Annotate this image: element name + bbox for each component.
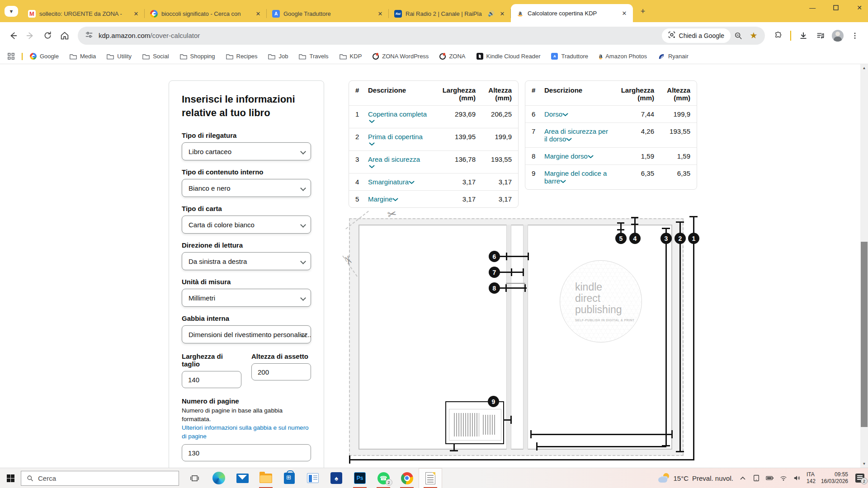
taskbar-whatsapp[interactable]: ☎2 [372,468,395,488]
bookmark-folder-job[interactable]: Job [268,53,288,60]
bookmark-folder-media[interactable]: Media [70,53,96,60]
binding-type-select[interactable]: Libro cartaceo [182,142,311,160]
row-link[interactable]: Area di sicurezza per il dorso [544,127,608,143]
tab-gmail[interactable]: M sollecito: URGENTE da ZONA - ✕ [23,5,145,22]
taskbar-notes-app[interactable] [419,468,442,488]
row-link[interactable]: Margine dorso [544,152,588,160]
chevron-down-icon[interactable] [588,155,594,159]
clock[interactable]: 09:55 16/03/2026 [821,471,848,485]
notification-center-icon[interactable]: 2 [855,474,864,483]
row-link[interactable]: Smarginatura [368,178,409,186]
maximize-button[interactable] [830,2,842,14]
taskbar-search[interactable]: Cerca [21,471,179,486]
tab-google-search[interactable]: bioccoli significato - Cerca con ✕ [145,5,267,22]
home-button[interactable] [56,27,73,44]
close-icon[interactable]: ✕ [498,9,506,18]
task-view-button[interactable] [184,468,204,488]
site-info-icon[interactable] [85,31,93,41]
interior-type-select[interactable]: Bianco e nero [182,179,311,197]
scroll-up-icon[interactable]: ▲ [860,64,868,72]
close-icon[interactable]: ✕ [254,9,262,18]
bookmark-folder-shopping[interactable]: Shopping [180,53,215,60]
row-link[interactable]: Prima di copertina [368,133,423,141]
trim-width-input[interactable] [182,371,241,388]
extensions-icon[interactable] [769,27,787,44]
ask-google-chip[interactable]: Chiedi a Google [662,28,731,43]
chevron-down-icon[interactable] [566,138,572,141]
forward-button[interactable] [22,27,39,44]
row-link[interactable]: Area di sicurezza [368,155,420,163]
bookmark-ryanair[interactable]: Ryanair [658,53,689,60]
taskbar-people[interactable] [301,468,325,488]
trim-height-input[interactable] [251,363,311,380]
chevron-down-icon[interactable] [369,165,375,169]
page-count-input[interactable] [182,444,311,461]
close-icon[interactable]: ✕ [620,9,628,17]
tab-kdp-calculator[interactable]: a Calcolatore copertina KDP ✕ [511,4,633,22]
row-link[interactable]: Copertina completa [368,110,427,118]
bookmark-folder-utility[interactable]: Utility [107,53,132,60]
battery-icon[interactable] [766,474,774,482]
taskbar-photoshop[interactable]: Ps [348,468,372,488]
scrollbar-thumb[interactable] [861,242,868,427]
start-button[interactable] [0,468,21,488]
bookmark-folder-travels[interactable]: Travels [299,53,328,60]
chevron-down-icon[interactable] [369,142,375,146]
tab-rai-radio[interactable]: Rai Rai Radio 2 | Canale | RaiPla 🔊 ✕ [389,5,511,22]
profile-avatar[interactable] [829,27,846,44]
audio-playing-icon[interactable]: 🔊 [488,10,495,17]
address-bar[interactable]: kdp.amazon.com/cover-calculator Chiedi a… [78,27,765,45]
chevron-down-icon[interactable] [392,198,398,202]
taskbar-chrome[interactable] [395,468,419,488]
bookmark-google[interactable]: Google [30,53,59,60]
chevron-down-icon[interactable] [562,113,568,117]
close-icon[interactable]: ✕ [132,9,140,18]
row-link[interactable]: Dorso [544,110,562,118]
page-count-info-link[interactable]: Ulteriori informazioni sulla gabbia e su… [182,423,311,441]
downloads-icon[interactable] [795,27,812,44]
paper-type-select[interactable]: Carta di colore bianco [182,216,311,234]
page-scrollbar[interactable]: ▲ ▼ [860,64,868,468]
url-text[interactable]: kdp.amazon.com/cover-calculator [99,32,662,39]
reload-button[interactable] [39,27,56,44]
volume-icon[interactable] [793,474,801,482]
bookmark-folder-recipes[interactable]: Recipes [226,53,258,60]
back-button[interactable] [5,27,22,44]
new-tab-button[interactable]: + [637,5,649,18]
bookmark-folder-social[interactable]: Social [142,53,169,60]
measure-unit-select[interactable]: Millimetri [182,289,311,307]
taskbar-file-explorer[interactable] [254,468,278,488]
trim-size-select[interactable]: Dimensioni del rivestimento personalizz.… [182,325,311,343]
language-indicator[interactable]: ITA 142 [807,471,816,485]
bookmark-zona-wordpress[interactable]: ZONA WordPress [373,53,429,60]
row-link[interactable]: Margine [368,195,392,203]
close-window-button[interactable]: ✕ [854,2,865,14]
bookmark-kindle-cloud-reader[interactable]: Kindle Cloud Reader [476,53,541,60]
bookmark-amazon-photos[interactable]: aAmazon Photos [599,53,647,60]
chevron-down-icon[interactable] [369,120,375,123]
tray-expand-icon[interactable] [739,474,747,482]
tab-search-button[interactable]: ▼ [5,6,18,17]
media-controls-icon[interactable] [812,27,829,44]
row-link[interactable]: Margine del codice a barre [544,169,607,185]
taskbar-mail[interactable] [231,468,254,488]
chevron-down-icon[interactable] [560,180,566,183]
network-icon[interactable] [779,474,788,482]
reading-direction-select[interactable]: Da sinistra a destra [182,252,311,270]
zoom-out-icon[interactable] [731,28,746,43]
tab-translate[interactable]: A Google Traduttore ✕ [267,5,389,22]
taskbar-solitaire[interactable]: ♠ [325,468,348,488]
minimize-button[interactable]: — [807,2,818,14]
apps-grid-icon[interactable] [7,53,14,60]
taskbar-edge[interactable] [207,468,231,488]
bookmark-folder-kdp[interactable]: KDP [340,53,362,60]
taskbar-weather[interactable]: 15°C Preval. nuvol. [658,473,733,483]
bookmark-star-icon[interactable]: ★ [746,28,761,43]
scroll-down-icon[interactable]: ▼ [860,460,868,468]
browser-menu-icon[interactable] [846,27,863,44]
chevron-down-icon[interactable] [409,181,415,184]
tablet-mode-icon[interactable] [752,474,760,482]
close-icon[interactable]: ✕ [376,9,384,18]
bookmark-traduttore[interactable]: ATraduttore [551,53,588,60]
bookmark-zona[interactable]: ZONA [439,53,465,60]
